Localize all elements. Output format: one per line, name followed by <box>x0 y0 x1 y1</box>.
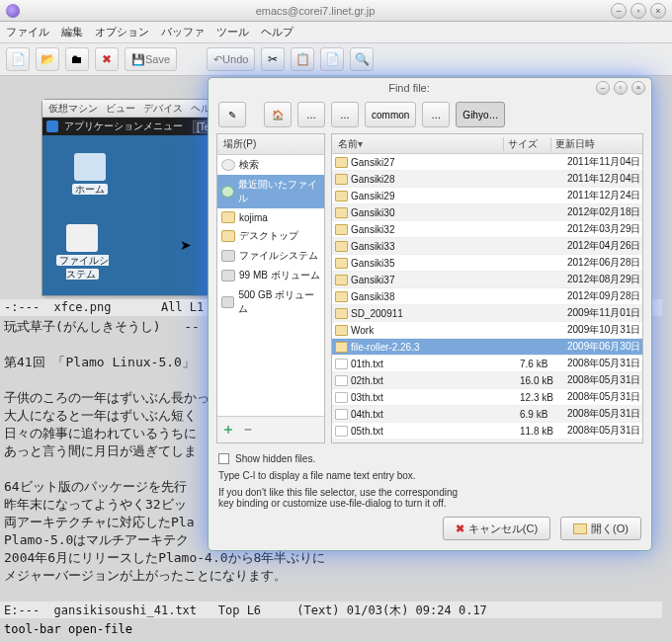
file-row[interactable]: Gansiki292011年12月24日 <box>332 188 642 204</box>
places-list[interactable]: 検索最近開いたファイルkojimaデスクトップファイルシステム99 MB ボリュ… <box>217 155 324 416</box>
places-item[interactable]: 検索 <box>217 155 324 175</box>
menu-edit[interactable]: 編集 <box>61 25 83 40</box>
tb-save-button[interactable]: 💾 Save <box>125 47 177 71</box>
file-row[interactable]: 05th.txt11.8 kB2008年05月31日 <box>332 423 642 440</box>
places-remove-button[interactable]: － <box>241 421 255 439</box>
path-seg-3[interactable]: … <box>422 102 450 127</box>
desktop-fs-icon[interactable]: ファイルシステム <box>52 224 112 281</box>
tb-dired-icon[interactable]: 🖿 <box>65 47 89 71</box>
column-date[interactable]: 更新日時 <box>551 137 642 151</box>
tb-copy-icon[interactable]: 📋 <box>291 47 314 71</box>
column-size[interactable]: サイズ <box>504 137 551 151</box>
file-row[interactable]: 04th.txt6.9 kB2008年05月31日 <box>332 406 642 423</box>
emacs-menubar[interactable]: ファイル 編集 オプション バッファ ツール ヘルプ <box>0 22 672 43</box>
file-row[interactable]: Gansiki352012年06月28日 <box>332 255 642 272</box>
tb-cut-icon[interactable]: ✂ <box>261 47 285 71</box>
places-item-label: 500 GB ボリューム <box>238 288 320 316</box>
file-row[interactable]: Gansiki372012年08月29日 <box>332 272 642 288</box>
file-list-panel: 名前▾ サイズ 更新日時 Gansiki272011年11月04日Gansiki… <box>331 133 643 443</box>
tb-open-icon[interactable]: 📂 <box>36 47 59 71</box>
file-row[interactable]: 02th.txt16.0 kB2008年05月31日 <box>332 372 642 389</box>
window-close-button[interactable]: × <box>650 3 666 19</box>
dialog-titlebar[interactable]: Find file: – ▫ × <box>209 78 651 98</box>
places-item[interactable]: 500 GB ボリューム <box>217 285 324 319</box>
places-item[interactable]: ファイルシステム <box>217 246 324 266</box>
file-row[interactable]: Gansiki282011年12月04日 <box>332 171 642 188</box>
menu-file[interactable]: ファイル <box>6 25 49 40</box>
file-row[interactable]: 01th.txt7.6 kB2008年05月31日 <box>332 356 642 372</box>
window-maximize-button[interactable]: ▫ <box>630 3 646 19</box>
home-icon <box>221 211 235 223</box>
vm-menu-devices[interactable]: デバイス <box>143 102 183 116</box>
folder-icon <box>335 291 348 302</box>
file-icon <box>335 409 348 420</box>
places-item[interactable]: デスクトップ <box>217 226 324 246</box>
xfce-appmenu[interactable]: アプリケーションメニュー <box>64 120 183 133</box>
menu-buffers[interactable]: バッファ <box>161 25 205 40</box>
file-list[interactable]: Gansiki272011年11月04日Gansiki282011年12月04日… <box>332 154 642 442</box>
menu-options[interactable]: オプション <box>95 25 149 40</box>
path-seg-2[interactable]: … <box>331 102 359 127</box>
cancel-button[interactable]: ✖ キャンセル(C) <box>443 517 550 540</box>
emacs-minibuffer[interactable]: tool-bar open-file <box>0 622 132 636</box>
xfce-menu-icon[interactable] <box>46 120 58 132</box>
folder-icon <box>335 342 348 353</box>
places-add-button[interactable]: ＋ <box>221 421 235 439</box>
places-item[interactable]: 99 MB ボリューム <box>217 266 324 285</box>
show-hidden-checkbox[interactable]: Show hidden files. <box>218 453 641 464</box>
places-item[interactable]: 最近開いたファイル <box>217 175 324 208</box>
tb-search-icon[interactable]: 🔍 <box>350 47 374 71</box>
home-icon <box>221 230 235 242</box>
dialog-close-button[interactable]: × <box>631 81 645 95</box>
path-home-button[interactable]: 🏠 <box>264 102 292 127</box>
file-row[interactable]: 06th.txt11.1 kB2008年05月31日 <box>332 440 642 442</box>
window-minimize-button[interactable]: – <box>611 3 627 19</box>
path-seg-gihyo[interactable]: Gihyo… <box>456 102 505 127</box>
edit-path-button[interactable]: ✎ <box>218 102 246 127</box>
path-seg-common[interactable]: common <box>365 102 416 127</box>
vm-menu-view[interactable]: ビュー <box>106 102 135 116</box>
file-name: SD_200911 <box>351 308 403 319</box>
places-header[interactable]: 場所(P) <box>217 134 324 155</box>
path-seg-1[interactable]: … <box>297 102 325 127</box>
file-row[interactable]: Gansiki272011年11月04日 <box>332 154 642 171</box>
checkbox-icon[interactable] <box>218 453 229 464</box>
menu-help[interactable]: ヘルプ <box>261 25 294 40</box>
file-icon <box>335 359 348 369</box>
tb-new-icon[interactable]: 📄 <box>6 47 30 71</box>
open-button[interactable]: 開く(O) <box>560 517 641 540</box>
drive-icon <box>66 224 98 252</box>
folder-icon <box>335 224 348 235</box>
file-row[interactable]: Gansiki302012年02月18日 <box>332 204 642 221</box>
disk-icon <box>221 250 235 262</box>
file-list-header[interactable]: 名前▾ サイズ 更新日時 <box>332 134 642 154</box>
vm-menu-machine[interactable]: 仮想マシン <box>48 102 98 116</box>
desktop-home-icon[interactable]: ホーム <box>60 153 120 197</box>
column-name[interactable]: 名前▾ <box>332 137 504 151</box>
places-item[interactable]: kojima <box>217 208 324 226</box>
folder-icon <box>335 157 348 168</box>
menu-tools[interactable]: ツール <box>216 25 249 40</box>
file-row[interactable]: 03th.txt12.3 kB2008年05月31日 <box>332 389 642 406</box>
file-row[interactable]: Gansiki382012年09月28日 <box>332 288 642 305</box>
tb-paste-icon[interactable]: 📄 <box>320 47 344 71</box>
file-name: Gansiki35 <box>351 258 394 269</box>
dialog-pathbar: ✎ 🏠 … … common … Gihyo… <box>209 98 651 133</box>
tb-undo-button[interactable]: ↶ Undo <box>207 47 255 71</box>
folder-icon <box>335 325 348 336</box>
dialog-minimize-button[interactable]: – <box>596 81 610 95</box>
file-row[interactable]: Gansiki332012年04月26日 <box>332 238 642 255</box>
disk-icon <box>221 296 234 308</box>
tb-close-icon[interactable]: ✖ <box>95 47 119 71</box>
folder-icon <box>335 191 348 201</box>
file-date: 2009年06月30日 <box>563 340 642 354</box>
folder-icon <box>335 275 348 285</box>
file-size: 7.6 kB <box>516 359 563 369</box>
file-row[interactable]: SD_2009112009年11月01日 <box>332 305 642 322</box>
file-row[interactable]: file-roller-2.26.32009年06月30日 <box>332 339 642 356</box>
file-date: 2012年09月28日 <box>563 289 642 303</box>
dialog-maximize-button[interactable]: ▫ <box>614 81 628 95</box>
file-row[interactable]: Gansiki322012年03月29日 <box>332 221 642 238</box>
desktop-home-label: ホーム <box>72 184 108 195</box>
file-row[interactable]: Work2009年10月31日 <box>332 322 642 339</box>
